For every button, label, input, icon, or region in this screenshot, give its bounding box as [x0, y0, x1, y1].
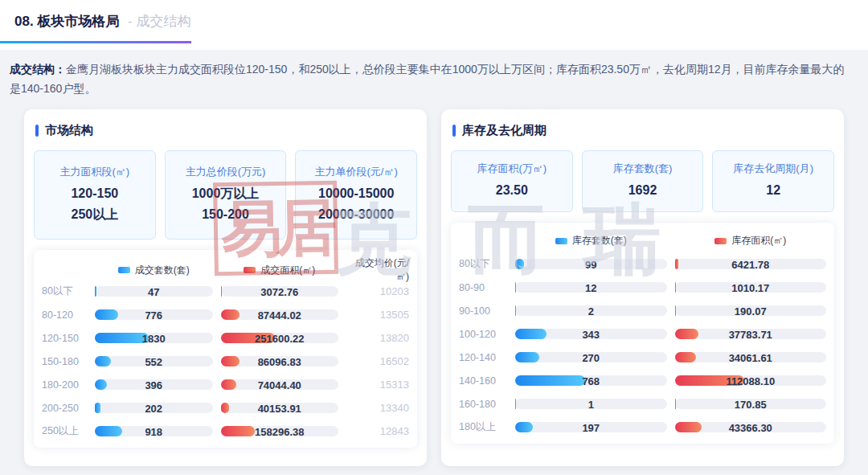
count-bar-track: 918	[95, 426, 213, 436]
area-bar-track: 112088.10	[675, 375, 827, 386]
table-row: 120-1501830251600.2213820	[42, 326, 409, 350]
panel-title-text: 市场结构	[45, 123, 93, 138]
count-bar-track: 552	[95, 356, 213, 366]
stat-card-inventory-area: 库存面积(万㎡) 23.50	[451, 150, 573, 212]
stat-card-label: 主力单价段(元/㎡)	[299, 165, 413, 179]
area-bar-track: 170.85	[675, 399, 827, 409]
bar-value: 1830	[95, 332, 213, 344]
bar-value: 170.85	[675, 398, 827, 410]
count-bar-track: 1830	[95, 333, 213, 343]
row-label: 80以下	[459, 257, 507, 271]
stat-card-total-price-range: 主力总价段(万元) 1000万以上 150-200	[165, 150, 287, 240]
count-bar-track: 202	[95, 403, 213, 413]
bar-value: 1	[515, 398, 667, 410]
row-label: 140-160	[459, 375, 507, 387]
bar-value: 396	[95, 379, 213, 391]
area-bar-track: 74044.40	[221, 379, 339, 390]
stat-card-label: 主力总价段(万元)	[169, 165, 283, 179]
row-label: 80-90	[459, 282, 507, 293]
row-label: 120-140	[459, 352, 507, 363]
table-row: 120-14027034061.61	[459, 346, 826, 369]
row-label: 120-150	[42, 333, 87, 344]
count-bar-track: 776	[95, 309, 213, 320]
table-row: 250以上918158296.3812843	[42, 420, 409, 443]
stat-card-value: 20000-30000	[299, 204, 413, 225]
table-row: 150-18055286096.8316502	[42, 350, 409, 373]
bar-value: 251600.22	[221, 332, 339, 344]
stat-card-value: 1000万以上	[169, 183, 283, 204]
market-structure-panel: 市场结构 主力面积段(㎡) 120-150 250以上 主力总价段(万元) 10…	[24, 109, 427, 466]
table-row: 140-160768112088.10	[459, 369, 826, 392]
bar-value: 40153.91	[221, 402, 339, 414]
active-tab-underline	[0, 41, 191, 43]
bar-value: 99	[515, 258, 667, 270]
legend-swatch-red-icon	[244, 267, 256, 273]
row-label: 80-120	[42, 309, 87, 321]
stat-card-label: 库存套数(套)	[586, 162, 700, 176]
deals-table-legend: 成交套数(套) 成交面积(㎡) 成交均价(元/㎡)	[42, 256, 409, 280]
avg-price-column-header: 成交均价(元/㎡)	[346, 256, 409, 284]
bar-value: 47	[95, 285, 213, 297]
area-bar-track: 40153.91	[221, 403, 339, 413]
area-bar-track: 1010.17	[675, 282, 827, 293]
table-row: 80-12077687444.0213505	[42, 303, 409, 326]
area-bar-track: 3072.76	[221, 286, 339, 297]
count-bar-track: 47	[95, 286, 213, 297]
stat-card-label: 库存面积(万㎡)	[455, 162, 569, 176]
legend-swatch-blue-icon	[555, 238, 567, 244]
legend-item-inventory-count[interactable]: 库存套数(套)	[515, 234, 667, 248]
bar-value: 74044.40	[221, 379, 339, 391]
legend-item-deal-count[interactable]: 成交套数(套)	[95, 264, 213, 277]
bar-value: 768	[515, 375, 667, 387]
stat-card-value: 150-200	[169, 204, 283, 225]
title-accent-icon	[452, 125, 456, 137]
deals-table-rows: 80以下473072.761020380-12077687444.0213505…	[42, 280, 409, 443]
bar-value: 6421.78	[675, 258, 827, 270]
legend-label: 成交套数(套)	[135, 264, 190, 277]
bar-value: 1010.17	[675, 281, 827, 293]
count-bar-track: 12	[515, 282, 667, 293]
bar-value: 87444.02	[221, 309, 339, 321]
legend-swatch-blue-icon	[118, 267, 130, 273]
bar-value: 918	[95, 425, 213, 437]
count-bar-track: 396	[95, 379, 213, 390]
bar-value: 37783.71	[675, 328, 827, 340]
area-bar-track: 251600.22	[221, 333, 339, 343]
area-bar-track: 86096.83	[221, 356, 339, 366]
stat-card-value: 1692	[586, 180, 700, 201]
table-row: 90-1002190.07	[459, 299, 826, 322]
table-row: 100-12034337783.71	[459, 322, 826, 346]
summary-text: 金鹰月湖板块板块主力成交面积段位120-150，和250以上，总价段主要集中在1…	[10, 63, 845, 95]
page-header: 08. 板块市场格局 - 成交结构	[0, 0, 868, 50]
area-bar-track: 43366.30	[675, 422, 827, 432]
table-row: 180以上19743366.30	[459, 416, 826, 439]
count-bar-track: 197	[515, 422, 667, 432]
summary-paragraph: 成交结构：金鹰月湖板块板块主力成交面积段位120-150，和250以上，总价段主…	[0, 50, 868, 98]
table-row: 80-90121010.17	[459, 276, 826, 299]
table-row: 160-1801170.85	[459, 392, 826, 416]
row-label: 90-100	[459, 305, 507, 317]
area-bar-track: 87444.02	[221, 309, 339, 320]
inventory-table-card: 库存套数(套) 库存面积(㎡) 80以下996421.7880-90121010…	[451, 223, 834, 444]
row-label: 80以下	[42, 285, 87, 298]
area-bar-track: 37783.71	[675, 329, 827, 339]
inventory-table-legend: 库存套数(套) 库存面积(㎡)	[459, 229, 826, 252]
panel-title-inventory: 库存及去化周期	[449, 119, 836, 142]
bar-value: 343	[515, 328, 667, 340]
legend-label: 成交面积(㎡)	[260, 264, 315, 277]
summary-label: 成交结构：	[10, 63, 66, 76]
title-accent-icon	[35, 125, 39, 137]
avg-price-value: 16502	[346, 355, 409, 367]
count-bar-track: 1	[515, 399, 667, 409]
panel-title-text: 库存及去化周期	[462, 123, 547, 138]
inventory-panel: 库存及去化周期 库存面积(万㎡) 23.50 库存套数(套) 1692 库存去化…	[441, 109, 844, 466]
row-label: 200-250	[42, 403, 87, 414]
legend-item-inventory-area[interactable]: 库存面积(㎡)	[675, 234, 827, 248]
page-subtitle: - 成交结构	[128, 14, 190, 29]
area-bar-track: 190.07	[675, 305, 827, 316]
stat-card-value: 120-150	[38, 183, 152, 204]
legend-item-deal-area[interactable]: 成交面积(㎡)	[221, 264, 339, 277]
page-title: 08. 板块市场格局	[14, 14, 119, 29]
bar-value: 158296.38	[221, 425, 339, 437]
inventory-table-rows: 80以下996421.7880-90121010.1790-1002190.07…	[459, 252, 826, 439]
